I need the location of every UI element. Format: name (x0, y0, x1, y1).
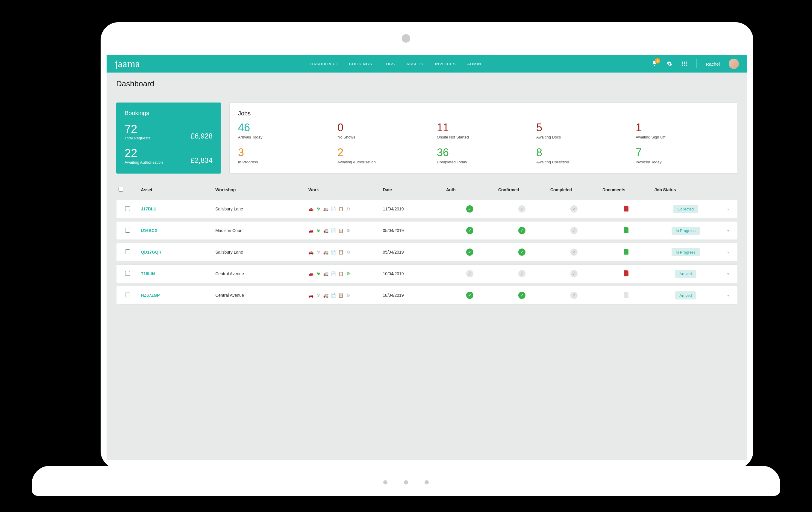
completed-cell: ✓ (548, 221, 600, 240)
job-stat[interactable]: 7Invoiced Today (636, 147, 729, 164)
user-name[interactable]: Rachel (706, 61, 720, 66)
gear-icon[interactable] (666, 61, 672, 67)
auth-cell: ✓ (444, 286, 496, 304)
confirmed-cell: ✓ (496, 243, 548, 261)
table-row[interactable]: U16BCXMadison Court🚗☢🚛📄📋⚙05/04/2019✓✓✓In… (116, 221, 738, 240)
chevron-down-icon[interactable]: ▾ (727, 250, 729, 254)
work-type-icon: 🚛 (323, 293, 329, 298)
documents-cell (600, 286, 652, 304)
row-checkbox[interactable] (125, 249, 130, 254)
select-all-checkbox[interactable] (119, 187, 123, 192)
svg-rect-6 (683, 65, 683, 66)
document-icon (624, 227, 629, 233)
laptop-mockup: jaama DASHBOARD BOOKINGS JOBS ASSETS INV… (32, 16, 780, 496)
work-cell: 🚗☢🚛📄📋⚙ (306, 200, 381, 218)
job-stat-label: In Progress (238, 160, 331, 164)
document-icon (624, 270, 629, 276)
auth-cell: ✓ (444, 200, 496, 218)
apps-grid-icon[interactable] (682, 61, 688, 67)
table-row[interactable]: HZ67ZGPCentral Avenue🚗☢🚛📄📋⚙18/04/2019✓✓✓… (116, 286, 738, 304)
awaiting-auth-label: Awaiting Authorisation (124, 160, 163, 165)
chevron-down-icon[interactable]: ▾ (727, 229, 729, 233)
base-dots (383, 480, 429, 484)
workshop-cell: Central Avenue (213, 286, 306, 304)
check-icon: ✓ (570, 248, 578, 256)
header-asset[interactable]: Asset (139, 184, 213, 197)
check-icon: ✓ (518, 248, 525, 256)
job-stat[interactable]: 11Onsite Not Started (437, 122, 530, 139)
job-stat-label: Awaiting Authorisation (338, 160, 431, 164)
asset-link[interactable]: HZ67ZGP (141, 293, 160, 298)
asset-link[interactable]: QD17GQR (141, 250, 162, 254)
completed-cell: ✓ (548, 200, 600, 218)
header-date[interactable]: Date (381, 184, 444, 197)
notification-bell[interactable]: 4 (651, 60, 658, 68)
job-stat-label: Awaiting Collection (536, 160, 630, 164)
documents-cell (600, 264, 652, 283)
job-stat[interactable]: 3In Progress (238, 147, 331, 164)
status-chip: Arrived (675, 270, 696, 278)
status-cell: Arrived (652, 286, 719, 304)
check-icon: ✓ (518, 205, 525, 213)
asset-link[interactable]: U16BCX (141, 228, 157, 233)
header-confirmed[interactable]: Confirmed (496, 184, 548, 197)
row-checkbox[interactable] (125, 293, 130, 297)
job-stat-label: Arrivals Today (238, 135, 331, 139)
brand-logo[interactable]: jaama (115, 58, 140, 70)
nav-link-admin[interactable]: ADMIN (467, 62, 482, 66)
check-icon: ✓ (466, 205, 473, 213)
avatar[interactable] (729, 59, 739, 69)
work-icons: 🚗☢🚛📄📋⚙ (309, 206, 351, 212)
job-stat[interactable]: 8Awaiting Collection (536, 147, 630, 164)
confirmed-cell: ✓ (496, 221, 548, 240)
work-type-icon: 🚛 (323, 271, 329, 276)
status-cell: Collected (652, 200, 719, 218)
nav-link-bookings[interactable]: BOOKINGS (349, 62, 372, 66)
job-stat-label: Invoiced Today (636, 160, 729, 164)
documents-cell (600, 243, 652, 261)
job-stat[interactable]: 0No Shows (338, 122, 431, 139)
header-expand (719, 184, 738, 197)
job-stat[interactable]: 46Arrivals Today (238, 122, 331, 139)
row-checkbox[interactable] (125, 206, 130, 211)
total-requests-label: Total Requests (124, 136, 150, 140)
work-type-icon: ☢ (316, 293, 321, 298)
work-type-icon: 📄 (331, 271, 336, 276)
nav-divider (696, 59, 697, 69)
header-documents[interactable]: Documents (600, 184, 652, 197)
chevron-down-icon[interactable]: ▾ (727, 207, 729, 211)
asset-link[interactable]: J17BLU (141, 207, 156, 211)
svg-rect-7 (684, 65, 685, 66)
row-checkbox[interactable] (125, 228, 130, 233)
job-stat[interactable]: 36Completed Today (437, 147, 530, 164)
work-type-icon: 🚗 (309, 293, 314, 298)
documents-cell (600, 200, 652, 218)
job-stat-label: Awaiting Docs (536, 135, 630, 139)
table-row[interactable]: QD17GQRSalisbury Lane🚗☢🚛📄📋⚙05/04/2019✓✓✓… (116, 243, 738, 261)
header-work[interactable]: Work (306, 184, 381, 197)
nav-link-jobs[interactable]: JOBS (383, 62, 395, 66)
work-type-icon: 🚛 (323, 249, 329, 255)
header-status[interactable]: Job Status (652, 184, 719, 197)
job-stat[interactable]: 2Awaiting Authorisation (338, 147, 431, 164)
chevron-down-icon[interactable]: ▾ (727, 272, 729, 276)
row-checkbox[interactable] (125, 271, 130, 276)
date-cell: 05/04/2019 (381, 243, 444, 261)
asset-link[interactable]: T18LIN (141, 271, 155, 276)
job-stat[interactable]: 5Awaiting Docs (536, 122, 630, 139)
job-stat[interactable]: 1Awaiting Sign Off (636, 122, 729, 139)
header-workshop[interactable]: Workshop (213, 184, 306, 197)
table-row[interactable]: T18LINCentral Avenue🚗☢🚛📄📋⚙10/04/2019✓✓✓A… (116, 264, 738, 283)
svg-rect-3 (683, 63, 683, 64)
table-row[interactable]: J17BLUSalisbury Lane🚗☢🚛📄📋⚙11/04/2019✓✓✓C… (116, 200, 738, 218)
nav-link-assets[interactable]: ASSETS (406, 62, 423, 66)
chevron-down-icon[interactable]: ▾ (727, 294, 729, 298)
nav-link-dashboard[interactable]: DASHBOARD (310, 62, 338, 66)
header-completed[interactable]: Completed (548, 184, 600, 197)
header-auth[interactable]: Auth (444, 184, 496, 197)
nav-link-invoices[interactable]: INVOICES (435, 62, 456, 66)
svg-rect-1 (684, 62, 685, 63)
app-screen: jaama DASHBOARD BOOKINGS JOBS ASSETS INV… (107, 55, 747, 460)
work-type-icon: ⚙ (346, 228, 351, 233)
job-stat-value: 5 (536, 122, 630, 133)
